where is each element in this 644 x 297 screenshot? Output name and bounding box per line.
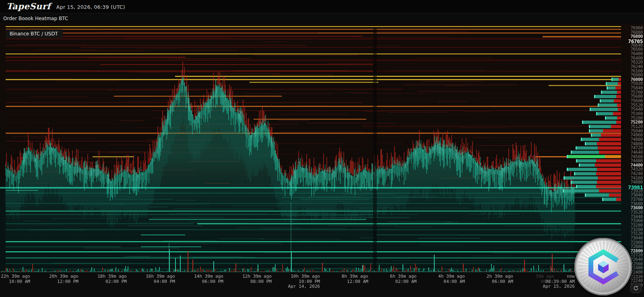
time-tick: 10h 39m ago 10:00 PM Apr 14, 2026 (288, 274, 320, 289)
time-tick: now 08:39:00 AM Apr 15, 2026 (543, 274, 575, 289)
time-tick: 12h 39m ago 08:00 PM (242, 274, 272, 284)
time-tick: 4h 39m ago 04:00 AM (438, 274, 465, 284)
order-book-heatmap-app: TapeSurf Apr 15, 2026, 06:39 (UTC) Order… (0, 0, 644, 297)
symbol-label: Binance BTC / USDT (6, 29, 63, 39)
top-header-bar: TapeSurf Apr 15, 2026, 06:39 (UTC) (0, 0, 644, 13)
toolbar: Order Boook Heatmap BTC (0, 14, 644, 23)
page-title: Order Boook Heatmap BTC (0, 16, 68, 21)
time-tick: 14h 39m ago 06:00 PM (194, 274, 223, 284)
time-tick: 8h 39m ago 12:00 AM (342, 274, 368, 284)
last-price-label: 73981 (628, 186, 643, 190)
ask-price-label: 76705 (628, 39, 643, 43)
time-tick: 18h 39m ago 02:00 PM (97, 274, 127, 284)
heatmap-canvas[interactable] (0, 23, 644, 297)
time-tick: 2h 39m ago 06:00 AM (487, 274, 513, 284)
coin-hex-emblem (586, 248, 621, 285)
price-tick: 74080 (630, 180, 643, 184)
time-tick: 16h 39m ago 04:00 PM (146, 274, 175, 284)
refresh-button[interactable] (630, 283, 642, 293)
app-logo: TapeSurf (0, 1, 56, 12)
time-tick: 20h 39m ago 12:00 PM (49, 274, 78, 284)
tapesurf-coin-watermark (574, 238, 632, 295)
time-tick: 22h 39m ago 10:00 AM (1, 274, 30, 284)
time-tick: 6h 39m ago 02:00 AM (390, 274, 417, 284)
refresh-icon (633, 285, 639, 291)
header-timestamp: Apr 15, 2026, 06:39 (UTC) (56, 3, 125, 10)
